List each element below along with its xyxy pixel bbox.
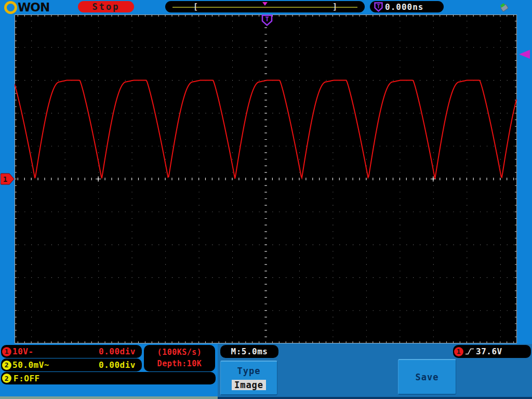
oscilloscope-screen: WON Stop [ ] T 0.000ns T (0, 0, 532, 399)
memory-depth: Depth:10K (157, 358, 202, 370)
bottom-edge-strip (0, 396, 218, 399)
channel2-scale: 50.0mV~ (12, 360, 49, 370)
window-left-bracket: [ (193, 2, 198, 12)
channel2-readout: 2 50.0mV~ 0.00div (1, 358, 142, 371)
svg-text:1: 1 (3, 175, 7, 183)
timebase-readout: M:5.0ms (220, 345, 278, 358)
logo-o-ring-icon (4, 1, 17, 14)
logo-text: WON (18, 1, 49, 14)
rising-edge-icon (465, 347, 474, 356)
trigger-offset-readout: T 0.000ns (370, 1, 444, 12)
trigger-level-readout: 1 37.6V (453, 345, 531, 358)
channel1-readout: 1 10V- 0.00div (1, 345, 142, 358)
save-button[interactable]: Save (398, 359, 456, 395)
type-label: Type (237, 366, 261, 376)
window-right-bracket: ] (332, 2, 337, 12)
owon-logo: WON (4, 1, 49, 14)
status-bar: 1 10V- 0.00div 2 50.0mV~ 0.00div (100KS/… (0, 344, 532, 399)
freq-channel-badge: 2 (2, 374, 11, 383)
run-state-badge: Stop (78, 1, 134, 12)
trigger-level-arrow-icon (519, 50, 530, 59)
trigger-source-badge: 1 (454, 347, 463, 356)
horizontal-position-indicator: [ ] (165, 1, 365, 12)
channel2-position: 0.00div (99, 360, 136, 370)
waveform-display: T (15, 15, 517, 343)
freq-value: F:OFF (14, 374, 40, 383)
timebase-value: M:5.0ms (231, 347, 268, 356)
graticule-and-trace (15, 15, 517, 343)
frequency-counter-readout: 2 F:OFF (1, 372, 216, 384)
top-bar: WON Stop [ ] T 0.000ns (0, 0, 532, 15)
channel1-position-marker: 1 (1, 173, 15, 185)
acquisition-readout: (100KS/s) Depth:10K (144, 345, 215, 371)
trigger-time-marker-icon: T (261, 15, 273, 26)
save-label: Save (416, 372, 439, 382)
trigger-level-value: 37.6V (476, 347, 502, 356)
sample-rate: (100KS/s) (157, 347, 202, 358)
channel1-scale: 10V- (12, 347, 34, 356)
channel2-badge: 2 (2, 361, 11, 370)
trigger-offset-value: 0.000ns (385, 2, 423, 12)
channel1-position: 0.00div (99, 347, 136, 356)
type-selected-value[interactable]: Image (232, 380, 266, 390)
memory-window-line (172, 7, 357, 8)
trigger-position-marker-icon (262, 2, 268, 6)
menu-type-button[interactable]: Type Image (220, 361, 277, 395)
svg-text:T: T (377, 3, 380, 9)
trigger-shield-icon: T (374, 2, 383, 12)
svg-text:T: T (265, 16, 269, 23)
usb-device-icon (498, 2, 510, 13)
channel1-badge: 1 (2, 347, 11, 356)
